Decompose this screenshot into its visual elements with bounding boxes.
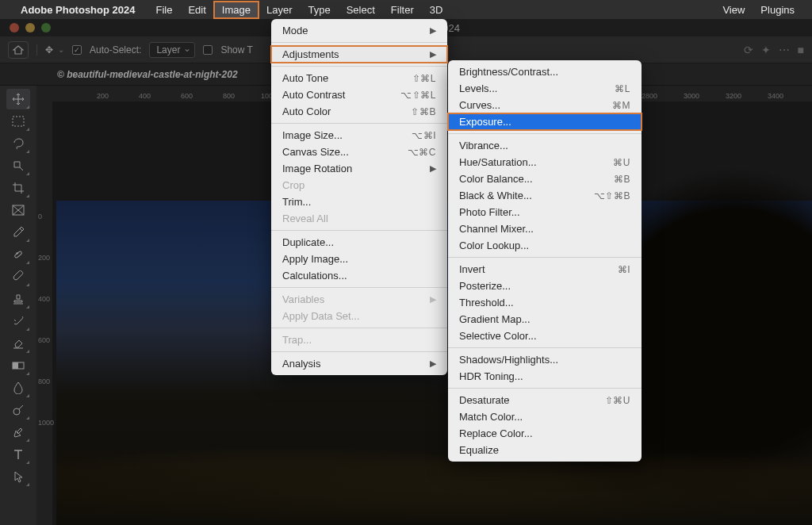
dodge-tool[interactable]	[6, 400, 30, 420]
brush-tool[interactable]	[6, 266, 30, 287]
menu-trap: Trap...	[271, 331, 447, 348]
gradient-tool[interactable]	[6, 355, 30, 376]
menu-type[interactable]: Type	[301, 2, 339, 18]
frame-tool[interactable]	[6, 200, 30, 220]
blur-tool[interactable]	[6, 377, 30, 398]
menu-analysis[interactable]: Analysis▶	[271, 355, 447, 372]
move-tool[interactable]	[6, 89, 30, 109]
menu-hue-saturation[interactable]: Hue/Saturation...⌘U	[448, 154, 642, 171]
eyedropper-tool[interactable]	[6, 222, 30, 243]
menu-channel-mixer[interactable]: Channel Mixer...	[448, 220, 642, 237]
menu-shadows-highlights[interactable]: Shadows/Highlights...	[448, 351, 642, 368]
zoom-icon[interactable]	[41, 23, 51, 33]
menu-selective-color[interactable]: Selective Color...	[448, 328, 642, 344]
menu-black-white[interactable]: Black & White...⌥⇧⌘B	[448, 187, 642, 204]
svg-rect-4	[13, 362, 18, 369]
menu-match-color[interactable]: Match Color...	[448, 408, 642, 425]
menu-vibrance[interactable]: Vibrance...	[448, 137, 642, 154]
move-tool-indicator-icon: ✥	[45, 44, 53, 56]
menu-adjustments[interactable]: Adjustments▶	[271, 46, 447, 63]
menu-exposure[interactable]: Exposure...	[448, 113, 642, 130]
menu-image-size[interactable]: Image Size...⌥⌘I	[271, 127, 447, 144]
menu-desaturate[interactable]: Desaturate⇧⌘U	[448, 392, 642, 408]
menu-edit[interactable]: Edit	[180, 2, 213, 18]
menu-color-balance[interactable]: Color Balance...⌘B	[448, 171, 642, 187]
menu-select[interactable]: Select	[339, 2, 383, 18]
show-transform-label: Show T	[220, 44, 252, 56]
menu-3d[interactable]: 3D	[422, 2, 451, 18]
selection-tool[interactable]	[6, 155, 30, 176]
history-brush-tool[interactable]	[6, 311, 30, 331]
lasso-tool[interactable]	[6, 133, 30, 154]
image-menu-dropdown: Mode▶ Adjustments▶ Auto Tone⇧⌘L Auto Con…	[271, 19, 447, 375]
menu-auto-tone[interactable]: Auto Tone⇧⌘L	[271, 70, 447, 86]
close-icon[interactable]	[10, 23, 19, 33]
marquee-tool[interactable]	[6, 111, 30, 132]
image-content	[56, 414, 812, 525]
menu-replace-color[interactable]: Replace Color...	[448, 425, 642, 442]
menu-file[interactable]: File	[147, 2, 180, 18]
eraser-tool[interactable]	[6, 333, 30, 354]
ruler-vertical[interactable]: 0 200 400 600 800 1000	[36, 102, 52, 525]
crop-tool[interactable]	[6, 178, 30, 198]
stamp-tool[interactable]	[6, 289, 30, 309]
menu-hdr-toning[interactable]: HDR Toning...	[448, 368, 642, 385]
menu-variables: Variables▶	[271, 291, 447, 308]
menu-auto-contrast[interactable]: Auto Contrast⌥⇧⌘L	[271, 86, 447, 103]
refresh-icon[interactable]: ⟳	[744, 44, 753, 56]
traffic-lights	[10, 23, 51, 33]
menu-duplicate[interactable]: Duplicate...	[271, 234, 447, 251]
menu-image-rotation[interactable]: Image Rotation▶	[271, 160, 447, 177]
menu-plugins[interactable]: Plugins	[753, 2, 802, 18]
menu-invert[interactable]: Invert⌘I	[448, 261, 642, 278]
menu-posterize[interactable]: Posterize...	[448, 278, 642, 294]
path-select-tool[interactable]	[6, 466, 30, 487]
svg-rect-2	[14, 251, 22, 258]
menu-color-lookup[interactable]: Color Lookup...	[448, 237, 642, 254]
menu-layer[interactable]: Layer	[259, 2, 301, 18]
adjustments-submenu: Brightness/Contrast... Levels...⌘L Curve…	[448, 60, 642, 462]
menu-canvas-size[interactable]: Canvas Size...⌥⌘C	[271, 144, 447, 160]
snap-icon[interactable]: ✦	[761, 44, 771, 56]
menu-apply-data-set: Apply Data Set...	[271, 308, 447, 324]
menu-auto-color[interactable]: Auto Color⇧⌘B	[271, 103, 447, 120]
pen-tool[interactable]	[6, 422, 30, 443]
auto-select-label: Auto-Select:	[90, 44, 141, 56]
svg-rect-0	[13, 117, 24, 126]
ruler-corner	[36, 86, 52, 102]
menu-photo-filter[interactable]: Photo Filter...	[448, 204, 642, 220]
minimize-icon[interactable]	[25, 23, 35, 33]
mac-menubar: Adobe Photoshop 2024 File Edit Image Lay…	[0, 0, 812, 19]
menu-brightness-contrast[interactable]: Brightness/Contrast...	[448, 63, 642, 80]
share-icon[interactable]: ⋯	[779, 44, 790, 56]
video-icon[interactable]: ■	[798, 44, 804, 56]
menu-mode[interactable]: Mode▶	[271, 22, 447, 39]
menu-apply-image[interactable]: Apply Image...	[271, 251, 447, 267]
healing-tool[interactable]	[6, 244, 30, 265]
menu-trim[interactable]: Trim...	[271, 194, 447, 210]
menu-gradient-map[interactable]: Gradient Map...	[448, 311, 642, 328]
home-button[interactable]	[8, 41, 29, 59]
menu-image[interactable]: Image	[214, 2, 259, 18]
show-transform-checkbox[interactable]	[203, 45, 213, 55]
menu-crop: Crop	[271, 177, 447, 194]
menu-filter[interactable]: Filter	[383, 2, 422, 18]
menu-curves[interactable]: Curves...⌘M	[448, 97, 642, 113]
app-name[interactable]: Adobe Photoshop 2024	[21, 4, 135, 16]
menu-levels[interactable]: Levels...⌘L	[448, 80, 642, 97]
menu-equalize[interactable]: Equalize	[448, 442, 642, 458]
svg-point-5	[13, 408, 20, 415]
document-tab[interactable]: © beautiful-medieval-castle-at-night-202	[51, 69, 244, 80]
auto-select-target[interactable]: Layer	[149, 42, 195, 58]
type-tool[interactable]	[6, 444, 30, 465]
menu-reveal-all: Reveal All	[271, 210, 447, 227]
menu-view[interactable]: View	[714, 2, 753, 18]
menu-threshold[interactable]: Threshold...	[448, 294, 642, 311]
auto-select-checkbox[interactable]	[72, 45, 82, 55]
tools-panel	[0, 86, 36, 525]
menu-calculations[interactable]: Calculations...	[271, 267, 447, 284]
